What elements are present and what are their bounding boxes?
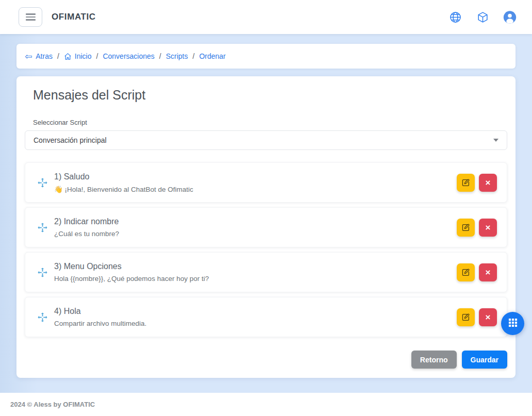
script-message-list: 1) Saludo 👋 ¡Hola!, Bienvenido al ChatBo… bbox=[25, 162, 507, 337]
select-script-label: Seleccionar Script bbox=[33, 119, 507, 126]
message-body: ¿Cuál es tu nombre? bbox=[54, 230, 457, 238]
user-avatar-icon[interactable] bbox=[503, 10, 517, 24]
message-title: 1) Saludo bbox=[54, 172, 457, 181]
breadcrumb-link-scripts[interactable]: Scripts bbox=[166, 52, 188, 60]
close-icon: × bbox=[486, 178, 491, 187]
save-button[interactable]: Guardar bbox=[462, 351, 507, 369]
return-button[interactable]: Retorno bbox=[411, 351, 457, 369]
script-message-row: 2) Indicar nombre ¿Cuál es tu nombre? × bbox=[25, 207, 507, 247]
breadcrumb: ⇦ Atras / Inicio / Conversaciones / Scri… bbox=[16, 44, 516, 69]
close-icon: × bbox=[486, 313, 491, 322]
breadcrumb-link-ordenar[interactable]: Ordenar bbox=[199, 52, 225, 60]
main-content: ⇦ Atras / Inicio / Conversaciones / Scri… bbox=[0, 34, 532, 393]
close-icon: × bbox=[486, 268, 491, 277]
copyright-text: 2024 © Aless by OFIMATIC bbox=[10, 401, 95, 408]
breadcrumb-back-link[interactable]: Atras bbox=[36, 52, 53, 60]
script-select-value: Conversación principal bbox=[34, 136, 107, 144]
page-footer: 2024 © Aless by OFIMATIC bbox=[0, 393, 532, 416]
message-title: 4) Hola bbox=[54, 307, 457, 316]
navbar-actions bbox=[448, 10, 517, 24]
delete-button[interactable]: × bbox=[479, 219, 497, 237]
edit-button[interactable] bbox=[457, 263, 475, 281]
drag-handle-icon[interactable] bbox=[30, 177, 54, 188]
script-message-row: 4) Hola Compartir archivo multimedia. × bbox=[25, 297, 507, 337]
grid-icon bbox=[507, 317, 519, 330]
edit-button[interactable] bbox=[457, 174, 475, 192]
card-actions: Retorno Guardar bbox=[25, 351, 507, 369]
script-message-row: 1) Saludo 👋 ¡Hola!, Bienvenido al ChatBo… bbox=[25, 162, 507, 203]
breadcrumb-link-conversaciones[interactable]: Conversaciones bbox=[103, 52, 154, 60]
cube-icon[interactable] bbox=[476, 10, 489, 24]
home-icon bbox=[64, 53, 72, 60]
message-body: Compartir archivo multimedia. bbox=[54, 320, 457, 327]
message-title: 3) Menu Opciones bbox=[54, 262, 457, 271]
menu-icon bbox=[26, 13, 36, 15]
close-icon: × bbox=[486, 223, 491, 232]
delete-button[interactable]: × bbox=[479, 174, 497, 192]
drag-handle-icon[interactable] bbox=[30, 222, 54, 233]
message-body: Hola {{nombre}}, ¿Qué podemos hacer hoy … bbox=[54, 275, 457, 282]
page-title: Mensajes del Script bbox=[33, 88, 507, 103]
breadcrumb-link-inicio[interactable]: Inicio bbox=[75, 52, 92, 60]
apps-grid-fab-button[interactable] bbox=[501, 312, 524, 335]
message-body: 👋 ¡Hola!, Bienvenido al ChatBot de Ofima… bbox=[54, 185, 457, 193]
globe-icon[interactable] bbox=[448, 10, 462, 24]
message-title: 2) Indicar nombre bbox=[54, 217, 457, 226]
brand-title: OFIMATIC bbox=[52, 12, 96, 22]
menu-toggle-button[interactable] bbox=[19, 7, 42, 27]
script-messages-card: Mensajes del Script Seleccionar Script C… bbox=[16, 76, 516, 378]
script-select[interactable]: Conversación principal bbox=[25, 130, 507, 150]
drag-handle-icon[interactable] bbox=[30, 312, 54, 323]
script-message-row: 3) Menu Opciones Hola {{nombre}}, ¿Qué p… bbox=[25, 252, 507, 292]
drag-handle-icon[interactable] bbox=[30, 267, 54, 278]
delete-button[interactable]: × bbox=[479, 308, 497, 326]
back-arrow-icon: ⇦ bbox=[25, 52, 32, 61]
top-navbar: OFIMATIC bbox=[0, 0, 532, 34]
delete-button[interactable]: × bbox=[479, 263, 497, 281]
edit-button[interactable] bbox=[457, 219, 475, 237]
edit-button[interactable] bbox=[457, 308, 475, 326]
chevron-down-icon bbox=[493, 139, 498, 142]
